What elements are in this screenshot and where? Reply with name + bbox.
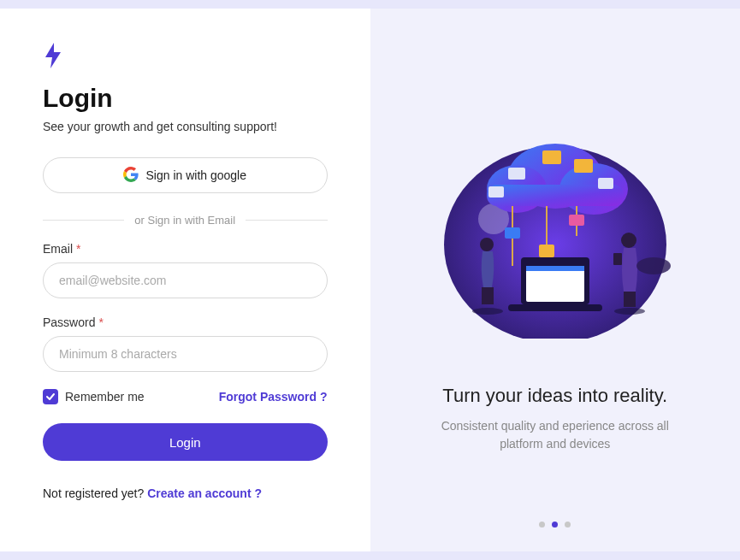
email-field[interactable]: [43, 262, 328, 298]
divider-text: or Sign in with Email: [124, 214, 246, 227]
svg-rect-16: [569, 215, 584, 226]
carousel-dot-1[interactable]: [539, 522, 545, 528]
hero-subtitle: Consistent quality and eperience across …: [427, 417, 684, 453]
forgot-password-link[interactable]: Forgot Password ?: [219, 390, 328, 404]
carousel-dot-2[interactable]: [552, 522, 558, 528]
svg-rect-13: [488, 186, 504, 197]
google-signin-label: Sign in with google: [145, 168, 246, 182]
remember-me-checkbox[interactable]: Remember me: [43, 389, 145, 404]
svg-rect-27: [613, 253, 622, 265]
divider: or Sign in with Email: [43, 214, 328, 227]
svg-point-24: [621, 233, 636, 248]
create-account-link[interactable]: Create an account ?: [147, 486, 262, 500]
svg-point-21: [480, 238, 494, 251]
svg-rect-14: [505, 227, 520, 239]
svg-rect-18: [526, 266, 584, 302]
email-label: Email *: [43, 242, 328, 256]
login-panel: Login See your growth and get consulting…: [0, 9, 370, 551]
login-button[interactable]: Login: [43, 423, 328, 461]
svg-rect-19: [526, 266, 584, 271]
svg-point-23: [472, 308, 503, 315]
hero-title: Turn your ideas into reality.: [442, 385, 667, 407]
signup-prompt: Not registered yet? Create an account ?: [43, 486, 328, 500]
checkbox-checked-icon: [43, 389, 58, 404]
password-label: Password *: [43, 315, 328, 329]
carousel-dots: [539, 522, 571, 528]
carousel-dot-3[interactable]: [565, 522, 571, 528]
svg-point-28: [636, 257, 671, 274]
google-signin-button[interactable]: Sign in with google: [43, 157, 328, 193]
svg-rect-10: [508, 168, 525, 180]
svg-rect-11: [574, 159, 593, 173]
svg-rect-22: [482, 287, 494, 304]
cloud-illustration-icon: [427, 116, 684, 385]
hero-panel: Turn your ideas into reality. Consistent…: [370, 9, 741, 551]
bolt-logo-icon: [43, 43, 328, 84]
remember-me-label: Remember me: [65, 390, 145, 404]
svg-rect-12: [598, 178, 613, 189]
svg-rect-15: [539, 245, 554, 257]
google-icon: [123, 167, 139, 185]
page-title: Login: [43, 84, 328, 113]
password-field[interactable]: [43, 336, 328, 372]
page-subtitle: See your growth and get consulting suppo…: [43, 120, 328, 133]
svg-rect-25: [624, 292, 636, 307]
svg-rect-9: [542, 150, 561, 164]
svg-rect-20: [508, 304, 602, 311]
svg-point-26: [614, 308, 645, 315]
